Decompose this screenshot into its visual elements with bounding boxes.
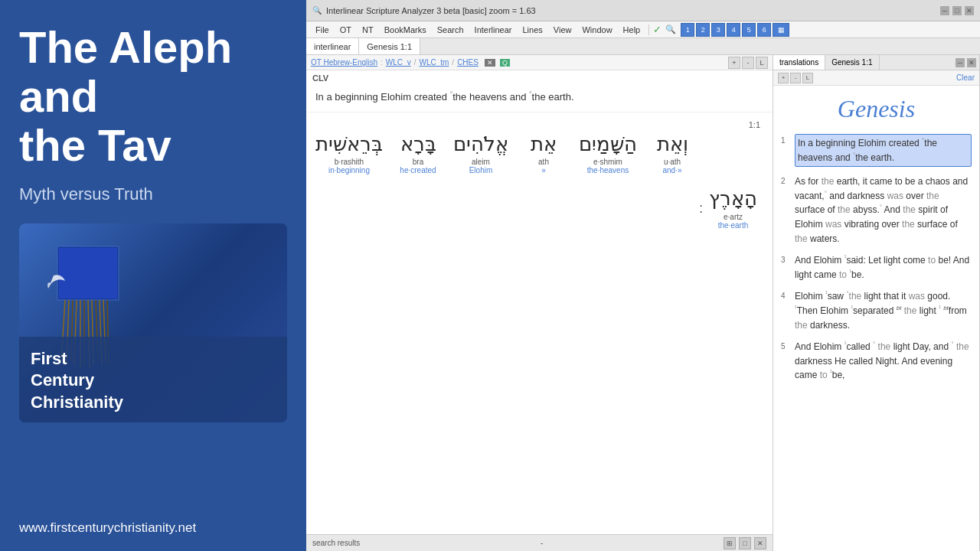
titlebar-left: 🔍 Interlinear Scripture Analyzer 3 beta … (312, 6, 536, 15)
minimize-button[interactable]: ─ (940, 6, 949, 15)
nav-minus[interactable]: - (742, 57, 754, 69)
toolbar-numbers: 1 2 3 4 5 6 ▦ (681, 23, 789, 37)
nav-plus[interactable]: + (728, 57, 740, 69)
trans-tab-translations[interactable]: translations (773, 55, 825, 70)
x-button[interactable]: ✕ (485, 59, 495, 67)
trans-link-1[interactable]: in·beginning (328, 166, 370, 174)
bible-text: In a beginning Elohim created °the heave… (306, 86, 773, 112)
hebrew-word-6: וְאֵת u·ath and·» (649, 132, 695, 174)
checkmark-icon[interactable]: ✓ (653, 24, 662, 35)
menu-help[interactable]: Help (619, 24, 645, 36)
search-ctrl-3[interactable]: ✕ (754, 537, 766, 549)
menu-lines[interactable]: Lines (518, 24, 547, 36)
wlc-v-link[interactable]: WLC_v (386, 58, 411, 67)
trans-text-area[interactable]: 1 In a beginning Elohim created °the hea… (773, 129, 979, 551)
title-line1: The Aleph (19, 22, 232, 72)
trans-verse-1: 1 In a beginning Elohim created °the hea… (781, 134, 972, 167)
toolbar-num-5[interactable]: 5 (742, 23, 756, 37)
close-button[interactable]: ✕ (965, 6, 974, 15)
menu-search[interactable]: Search (433, 24, 469, 36)
left-panel: The Aleph and the Tav Myth versus Truth (0, 0, 306, 551)
verse-num-4: 4 (781, 289, 790, 332)
trans-verse-2: 2 As for the earth, it came to be a chao… (781, 174, 972, 246)
content-area: OT Hebrew-English : WLC_v / WLC_tm / CHE… (306, 55, 980, 551)
sup2: ° (529, 90, 532, 98)
search-dash: - (541, 539, 543, 547)
toolbar-num-2[interactable]: 2 (696, 23, 710, 37)
search-ctrl-1[interactable]: ⊞ (724, 537, 736, 549)
verse-num-3: 3 (781, 253, 790, 282)
nav-l[interactable]: L (756, 57, 768, 69)
hebrew-punct: ׃ (699, 200, 703, 217)
trans-nav: + - L (778, 73, 813, 83)
trans-link-6[interactable]: and·» (662, 166, 681, 174)
verse-text-4: Elohim ¹saw °the light that it was good.… (795, 289, 972, 332)
wlc-tm-link[interactable]: WLC_tm (419, 58, 449, 67)
translit-4: ath (538, 158, 549, 166)
hebrew-word-3: אֱלֹהִים aleim Elohim (453, 132, 508, 174)
trans-options-bar: + - L Clear (773, 70, 979, 86)
trans-link-5[interactable]: the·heavens (587, 166, 629, 174)
trans-link-2[interactable]: he·created (400, 166, 436, 174)
maximize-button[interactable]: □ (952, 6, 962, 15)
trans-nav-minus[interactable]: - (790, 73, 801, 83)
trans-nav-l[interactable]: L (802, 73, 813, 83)
hebrew-word-5: הַשָּׁמַיִם e·shmim the·heavens (579, 132, 637, 174)
card-title-1: First (31, 349, 67, 368)
menu-ot[interactable]: OT (335, 24, 356, 36)
tab-bar: interlinear Genesis 1:1 (306, 38, 980, 55)
trans-link-3[interactable]: Elohim (469, 166, 493, 174)
separator3: / (452, 58, 454, 67)
image-card: First Century Christianity (19, 223, 287, 422)
hebrew-words-row: בְּרֵאשִׁית b·rashith in·beginning בָּרָ… (315, 132, 763, 174)
toolbar-num-3[interactable]: 3 (711, 23, 725, 37)
ot-hebrew-english-link[interactable]: OT Hebrew-English (311, 58, 377, 67)
trans-tab-ref[interactable]: Genesis 1:1 (825, 55, 879, 70)
menu-file[interactable]: File (311, 24, 334, 36)
search-small-icon[interactable]: Q (500, 59, 510, 67)
trans-link-earth[interactable]: the·earth (718, 221, 748, 230)
card-title-3: Christianity (31, 393, 123, 412)
search-controls: ⊞ □ ✕ (724, 537, 766, 549)
menu-interlinear[interactable]: Interlinear (470, 24, 517, 36)
toolbar-extra[interactable]: ▦ (773, 23, 789, 37)
trans-verse-5: 5 And Elohim ¹called ° the light Day, an… (781, 340, 972, 383)
hebrew-char-1: בְּרֵאשִׁית (315, 132, 383, 156)
hebrew-char-6: וְאֵת (657, 132, 688, 156)
toolbar-num-1[interactable]: 1 (681, 23, 694, 37)
search-icon[interactable]: 🔍 (665, 24, 676, 34)
main-title: The Aleph and the Tav (19, 23, 287, 169)
hebrew-char-4: אֵת (531, 132, 557, 156)
nav-controls: + - L (728, 57, 768, 69)
search-bar: search results - ⊞ □ ✕ (306, 534, 773, 551)
verse-text-5: And Elohim ¹called ° the light Day, and … (795, 340, 972, 383)
separator1: : (381, 58, 383, 67)
toolbar-num-6[interactable]: 6 (757, 23, 771, 37)
search-ctrl-2[interactable]: □ (739, 537, 751, 549)
translit-1: b·rashith (335, 158, 364, 166)
clear-button[interactable]: Clear (956, 73, 975, 82)
trans-nav-plus[interactable]: + (778, 73, 789, 83)
sup1: ° (450, 90, 453, 98)
trans-close-btn[interactable]: ✕ (967, 58, 976, 67)
translit-2: bra (413, 158, 423, 166)
trans-link-4[interactable]: » (541, 166, 546, 174)
toolbar-num-4[interactable]: 4 (727, 23, 740, 37)
window-controls[interactable]: ─ □ ✕ (940, 6, 974, 15)
menu-window[interactable]: Window (577, 24, 616, 36)
menu-bookmarks[interactable]: BookMarks (380, 24, 431, 36)
hebrew-section: 1:1 בְּרֵאשִׁית b·rashith in·beginning ב… (306, 112, 773, 236)
trans-minimize-btn[interactable]: ─ (956, 58, 965, 67)
verse-number: 1:1 (315, 120, 763, 129)
clv-label: CLV (306, 70, 773, 86)
tab-genesis[interactable]: Genesis 1:1 (359, 38, 420, 54)
title-line2: and (19, 71, 98, 121)
tab-interlinear[interactable]: interlinear (306, 38, 359, 54)
menu-nt[interactable]: NT (358, 24, 378, 36)
ches-link[interactable]: CHES (457, 58, 479, 67)
menu-view[interactable]: View (549, 24, 577, 36)
verse-text-1: In a beginning Elohim created °the heave… (795, 134, 972, 167)
card-overlay: First Century Christianity (19, 337, 287, 423)
verse-text-2: As for the earth, it came to be a chaos … (795, 174, 972, 246)
search-results-label: search results (312, 539, 360, 547)
